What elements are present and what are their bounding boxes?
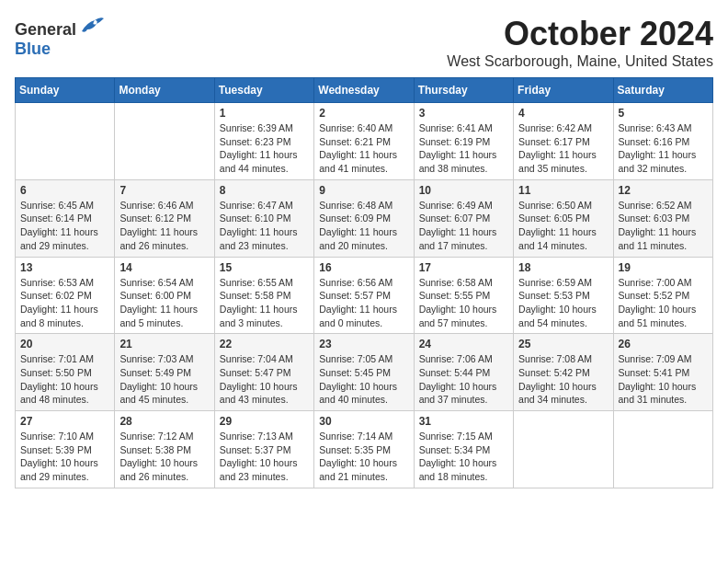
- day-number: 8: [220, 184, 309, 197]
- calendar-cell: 8Sunrise: 6:47 AM Sunset: 6:10 PM Daylig…: [214, 179, 313, 257]
- day-number: 23: [319, 338, 408, 350]
- header: General Blue October 2024 West Scarborou…: [15, 15, 713, 70]
- calendar-cell: 3Sunrise: 6:41 AM Sunset: 6:19 PM Daylig…: [414, 103, 513, 180]
- day-number: 16: [319, 261, 408, 274]
- day-info: Sunrise: 6:50 AM Sunset: 6:05 PM Dayligh…: [518, 199, 608, 253]
- day-info: Sunrise: 6:49 AM Sunset: 6:07 PM Dayligh…: [419, 199, 508, 253]
- calendar-cell: 22Sunrise: 7:04 AM Sunset: 5:47 PM Dayli…: [214, 334, 313, 411]
- day-number: 2: [319, 107, 408, 120]
- calendar-cell: 13Sunrise: 6:53 AM Sunset: 6:02 PM Dayli…: [16, 257, 115, 334]
- day-number: 11: [518, 184, 608, 197]
- day-info: Sunrise: 6:43 AM Sunset: 6:16 PM Dayligh…: [619, 121, 708, 176]
- day-number: 31: [419, 415, 508, 428]
- day-number: 7: [119, 184, 209, 197]
- title-area: October 2024 West Scarborough, Maine, Un…: [447, 15, 713, 70]
- day-number: 22: [220, 338, 309, 350]
- day-header-saturday: Saturday: [613, 78, 712, 103]
- calendar-cell: 17Sunrise: 6:58 AM Sunset: 5:55 PM Dayli…: [414, 257, 513, 334]
- calendar-cell: 16Sunrise: 6:56 AM Sunset: 5:57 PM Dayli…: [314, 257, 414, 334]
- day-info: Sunrise: 7:12 AM Sunset: 5:38 PM Dayligh…: [119, 430, 209, 484]
- calendar-cell: 23Sunrise: 7:05 AM Sunset: 5:45 PM Dayli…: [314, 334, 414, 411]
- calendar-cell: 9Sunrise: 6:48 AM Sunset: 6:09 PM Daylig…: [314, 179, 414, 257]
- calendar-cell: [115, 103, 214, 180]
- day-number: 26: [619, 338, 708, 350]
- day-number: 13: [20, 261, 109, 274]
- calendar-cell: 19Sunrise: 7:00 AM Sunset: 5:52 PM Dayli…: [613, 257, 712, 334]
- day-info: Sunrise: 6:40 AM Sunset: 6:21 PM Dayligh…: [319, 121, 408, 176]
- day-info: Sunrise: 7:15 AM Sunset: 5:34 PM Dayligh…: [419, 430, 508, 484]
- day-number: 19: [619, 261, 708, 274]
- day-number: 6: [20, 184, 109, 197]
- location-title: West Scarborough, Maine, United States: [447, 53, 713, 70]
- day-info: Sunrise: 7:05 AM Sunset: 5:45 PM Dayligh…: [319, 352, 408, 407]
- calendar-week-row: 6Sunrise: 6:45 AM Sunset: 6:14 PM Daylig…: [16, 179, 713, 257]
- calendar-week-row: 27Sunrise: 7:10 AM Sunset: 5:39 PM Dayli…: [16, 411, 713, 488]
- day-info: Sunrise: 6:58 AM Sunset: 5:55 PM Dayligh…: [419, 276, 508, 330]
- calendar-cell: 12Sunrise: 6:52 AM Sunset: 6:03 PM Dayli…: [613, 179, 712, 257]
- calendar-cell: 11Sunrise: 6:50 AM Sunset: 6:05 PM Dayli…: [514, 179, 613, 257]
- day-info: Sunrise: 7:04 AM Sunset: 5:47 PM Dayligh…: [220, 352, 309, 407]
- calendar-week-row: 1Sunrise: 6:39 AM Sunset: 6:23 PM Daylig…: [16, 103, 713, 180]
- calendar-cell: 31Sunrise: 7:15 AM Sunset: 5:34 PM Dayli…: [414, 411, 513, 488]
- calendar-cell: 2Sunrise: 6:40 AM Sunset: 6:21 PM Daylig…: [314, 103, 414, 180]
- day-number: 17: [419, 261, 508, 274]
- day-info: Sunrise: 6:52 AM Sunset: 6:03 PM Dayligh…: [619, 199, 708, 253]
- calendar-week-row: 20Sunrise: 7:01 AM Sunset: 5:50 PM Dayli…: [16, 334, 713, 411]
- day-number: 10: [419, 184, 508, 197]
- day-header-monday: Monday: [115, 78, 214, 103]
- day-header-tuesday: Tuesday: [214, 78, 313, 103]
- calendar-cell: 1Sunrise: 6:39 AM Sunset: 6:23 PM Daylig…: [214, 103, 313, 180]
- day-info: Sunrise: 7:10 AM Sunset: 5:39 PM Dayligh…: [20, 430, 109, 484]
- calendar-cell: [16, 103, 115, 180]
- day-info: Sunrise: 6:47 AM Sunset: 6:10 PM Dayligh…: [220, 199, 309, 253]
- day-number: 29: [220, 415, 309, 428]
- day-info: Sunrise: 6:53 AM Sunset: 6:02 PM Dayligh…: [20, 276, 109, 330]
- day-number: 4: [518, 107, 608, 120]
- calendar-cell: 27Sunrise: 7:10 AM Sunset: 5:39 PM Dayli…: [16, 411, 115, 488]
- day-number: 14: [119, 261, 209, 274]
- day-number: 21: [119, 338, 209, 350]
- calendar-cell: 4Sunrise: 6:42 AM Sunset: 6:17 PM Daylig…: [514, 103, 613, 180]
- day-number: 25: [518, 338, 608, 350]
- day-info: Sunrise: 6:42 AM Sunset: 6:17 PM Dayligh…: [518, 121, 608, 176]
- day-header-friday: Friday: [514, 78, 613, 103]
- calendar-cell: 28Sunrise: 7:12 AM Sunset: 5:38 PM Dayli…: [115, 411, 214, 488]
- calendar-week-row: 13Sunrise: 6:53 AM Sunset: 6:02 PM Dayli…: [16, 257, 713, 334]
- logo-blue: Blue: [15, 40, 51, 58]
- calendar-cell: 25Sunrise: 7:08 AM Sunset: 5:42 PM Dayli…: [514, 334, 613, 411]
- day-number: 18: [518, 261, 608, 274]
- day-info: Sunrise: 7:08 AM Sunset: 5:42 PM Dayligh…: [518, 352, 608, 407]
- day-number: 20: [20, 338, 109, 350]
- calendar-cell: 7Sunrise: 6:46 AM Sunset: 6:12 PM Daylig…: [115, 179, 214, 257]
- day-info: Sunrise: 6:54 AM Sunset: 6:00 PM Dayligh…: [119, 276, 209, 330]
- day-header-sunday: Sunday: [16, 78, 115, 103]
- day-number: 1: [220, 107, 309, 120]
- day-info: Sunrise: 6:48 AM Sunset: 6:09 PM Dayligh…: [319, 199, 408, 253]
- day-info: Sunrise: 7:03 AM Sunset: 5:49 PM Dayligh…: [119, 352, 209, 407]
- calendar-cell: [613, 411, 712, 488]
- calendar-cell: 21Sunrise: 7:03 AM Sunset: 5:49 PM Dayli…: [115, 334, 214, 411]
- calendar-header-row: SundayMondayTuesdayWednesdayThursdayFrid…: [16, 78, 713, 103]
- day-info: Sunrise: 7:14 AM Sunset: 5:35 PM Dayligh…: [319, 430, 408, 484]
- day-info: Sunrise: 7:00 AM Sunset: 5:52 PM Dayligh…: [619, 276, 708, 330]
- day-header-thursday: Thursday: [414, 78, 513, 103]
- day-info: Sunrise: 6:39 AM Sunset: 6:23 PM Dayligh…: [220, 121, 309, 176]
- calendar-cell: 20Sunrise: 7:01 AM Sunset: 5:50 PM Dayli…: [16, 334, 115, 411]
- calendar-cell: 10Sunrise: 6:49 AM Sunset: 6:07 PM Dayli…: [414, 179, 513, 257]
- day-number: 30: [319, 415, 408, 428]
- calendar-cell: [514, 411, 613, 488]
- day-info: Sunrise: 6:46 AM Sunset: 6:12 PM Dayligh…: [119, 199, 209, 253]
- day-header-wednesday: Wednesday: [314, 78, 414, 103]
- calendar-cell: 30Sunrise: 7:14 AM Sunset: 5:35 PM Dayli…: [314, 411, 414, 488]
- day-info: Sunrise: 6:56 AM Sunset: 5:57 PM Dayligh…: [319, 276, 408, 330]
- day-info: Sunrise: 7:01 AM Sunset: 5:50 PM Dayligh…: [20, 352, 109, 407]
- calendar-cell: 15Sunrise: 6:55 AM Sunset: 5:58 PM Dayli…: [214, 257, 313, 334]
- day-info: Sunrise: 6:41 AM Sunset: 6:19 PM Dayligh…: [419, 121, 508, 176]
- day-number: 24: [419, 338, 508, 350]
- logo-bird-icon: [78, 15, 104, 35]
- calendar-cell: 26Sunrise: 7:09 AM Sunset: 5:41 PM Dayli…: [613, 334, 712, 411]
- logo: General Blue: [15, 15, 104, 59]
- logo-general: General: [15, 20, 76, 39]
- calendar-cell: 14Sunrise: 6:54 AM Sunset: 6:00 PM Dayli…: [115, 257, 214, 334]
- logo-text: General Blue: [15, 15, 104, 59]
